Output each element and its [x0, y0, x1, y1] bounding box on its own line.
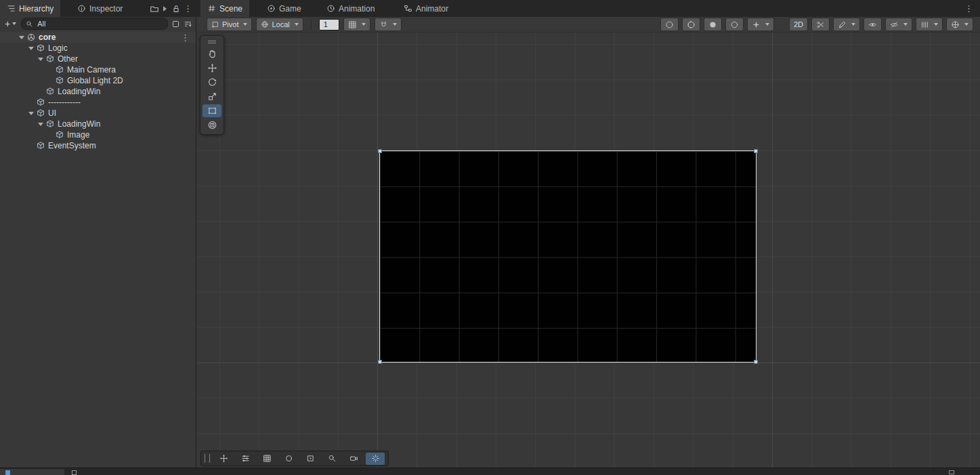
sort-icon[interactable] [184, 20, 192, 28]
scene-options-icon[interactable]: ⋮ [181, 33, 190, 42]
hierarchy-row-loadingwin-logic[interactable]: LoadingWin [0, 86, 196, 97]
rect-handle-top-right[interactable] [754, 149, 758, 153]
hierarchy-row-image[interactable]: Image [0, 129, 196, 140]
project-tab-stub[interactable] [0, 469, 64, 475]
rect-tool-button[interactable] [203, 104, 221, 117]
console-tab-stub[interactable] [66, 469, 110, 475]
lighting-toggle-button[interactable] [682, 18, 700, 31]
rect-handle-bottom-left[interactable] [378, 360, 382, 364]
panel-menu-icon[interactable]: ⋮ [184, 0, 192, 17]
rect-handle-top-left[interactable] [378, 149, 382, 153]
rotate-icon [207, 77, 217, 87]
row-label: LoadingWin [58, 119, 100, 129]
expander-icon[interactable] [27, 47, 35, 50]
mute-audio-button[interactable] [811, 18, 830, 31]
eye-slash-icon [890, 20, 899, 29]
expander-icon[interactable] [37, 123, 45, 126]
tab-hierarchy[interactable]: Hierarchy [0, 0, 60, 17]
pivot-button[interactable]: Pivot [207, 18, 252, 31]
visibility-options-button[interactable] [885, 18, 912, 31]
search-input[interactable] [36, 19, 163, 28]
scissors-icon [816, 20, 825, 29]
grid-visual-button[interactable] [916, 18, 943, 31]
hierarchy-row-ui[interactable]: UI [0, 108, 196, 119]
frame-icon [306, 454, 315, 463]
gameobject-icon [45, 119, 55, 129]
star-icon [752, 20, 761, 29]
grid-snap-button[interactable] [343, 18, 370, 31]
overlay-drag-handle[interactable] [205, 454, 210, 463]
overlay-settings-button[interactable] [236, 453, 255, 465]
scale-tool-button[interactable] [203, 90, 221, 103]
ui-canvas-rect[interactable] [379, 150, 757, 363]
hierarchy-row-other[interactable]: Other [0, 54, 196, 64]
tab-inspector[interactable]: Inspector [70, 0, 129, 17]
grid-major-hline [197, 363, 980, 363]
overlay-sprite-button[interactable] [301, 453, 320, 465]
overlay-particles-button[interactable] [366, 453, 385, 465]
hierarchy-search[interactable] [21, 18, 168, 30]
view-hand-tool-button[interactable] [203, 47, 221, 60]
rotate-tool-button[interactable] [203, 76, 221, 89]
hierarchy-row-core[interactable]: core ⋮ [0, 32, 196, 43]
effects-options-button[interactable] [747, 18, 774, 31]
tab-game[interactable]: Game [260, 0, 308, 17]
tab-animation[interactable]: Animation [320, 0, 381, 17]
hierarchy-row-main-camera[interactable]: Main Camera [0, 64, 196, 75]
grid-major-vline [772, 32, 773, 468]
tab-scene[interactable]: Scene [200, 0, 249, 17]
animation-tab-icon [326, 4, 335, 13]
overlay-orientation-button[interactable] [279, 453, 298, 465]
tool-palette [200, 35, 224, 135]
grid-snap-icon [348, 20, 357, 29]
overlay-camera-button[interactable] [344, 453, 363, 465]
burst-icon [371, 454, 380, 463]
expander-icon[interactable] [27, 112, 35, 115]
create-object-button[interactable]: + [3, 18, 18, 29]
gizmos-button[interactable] [946, 18, 973, 31]
pivot-label: Pivot [222, 20, 238, 28]
tab-label: Scene [219, 4, 242, 14]
hierarchy-icon [7, 4, 16, 13]
expander-icon[interactable] [37, 58, 45, 61]
hierarchy-row-separator[interactable]: ------------ [0, 97, 196, 108]
overlay-grid-button[interactable] [257, 453, 276, 465]
gameobject-icon [36, 141, 45, 150]
orientation-button[interactable]: Local [256, 18, 303, 31]
hierarchy-row-logic[interactable]: Logic [0, 43, 196, 54]
expander-icon[interactable] [18, 36, 26, 39]
snap-value-field[interactable]: 1 [319, 19, 339, 30]
tab-label: Animation [339, 4, 375, 14]
move-icon [219, 454, 228, 463]
marker-options-button[interactable] [833, 18, 860, 31]
overlay-search-button[interactable] [322, 453, 341, 465]
scene-visibility-button[interactable] [864, 18, 882, 31]
columns-icon [920, 20, 929, 29]
window-menu-icon[interactable]: ⋮ [964, 0, 973, 17]
hierarchy-row-eventsystem[interactable]: EventSystem [0, 140, 196, 151]
effects-toggle-button[interactable] [725, 18, 744, 31]
hierarchy-row-global-light[interactable]: Global Light 2D [0, 75, 196, 86]
shading-mode-button[interactable] [660, 18, 679, 31]
grid-major-vline [377, 32, 378, 468]
tab-animator[interactable]: Animator [397, 0, 455, 17]
scene-view[interactable] [197, 32, 980, 468]
palette-drag-handle[interactable] [200, 38, 223, 46]
hierarchy-row-loadingwin-ui[interactable]: LoadingWin [0, 119, 196, 129]
shaded-sphere-icon [665, 20, 674, 29]
game-tab-icon [267, 4, 276, 13]
overlay-move-button[interactable] [214, 453, 233, 465]
move-tool-button[interactable] [203, 62, 221, 75]
chevron-right-icon[interactable] [163, 0, 167, 17]
lock-icon[interactable] [171, 0, 181, 17]
folder-icon[interactable] [150, 0, 159, 17]
mode-2d-button[interactable]: 2D [789, 18, 808, 31]
frame-select-icon[interactable] [171, 20, 180, 28]
increment-snap-button[interactable] [375, 18, 402, 31]
rect-handle-bottom-right[interactable] [754, 360, 758, 364]
audio-toggle-button[interactable] [704, 18, 722, 31]
mode-2d-label: 2D [794, 20, 803, 28]
magnet-snap-icon [379, 20, 388, 29]
gameobject-icon [55, 130, 64, 140]
transform-tool-button[interactable] [203, 119, 221, 131]
